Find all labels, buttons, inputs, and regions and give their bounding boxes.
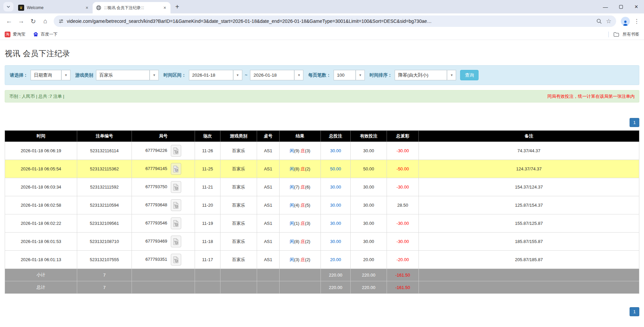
browser-toolbar: ← → ↻ ⌂ videoie.com/game/betrecord_searc… bbox=[0, 13, 644, 29]
cell-time: 2026-01-18 06:03:34 bbox=[5, 178, 77, 196]
column-header: 总投注 bbox=[321, 131, 351, 142]
chevron-down-icon[interactable]: ▾ bbox=[61, 70, 70, 80]
summary-empty-cell bbox=[419, 281, 639, 294]
chevron-down-icon[interactable]: ▾ bbox=[356, 70, 365, 80]
result-banker: 庄 bbox=[301, 148, 305, 153]
cell-total-bet[interactable]: 30.00 bbox=[321, 233, 351, 251]
tab-welcome[interactable]: ♛ Welcome × bbox=[15, 2, 93, 13]
close-tab-icon[interactable]: × bbox=[162, 5, 168, 11]
summary-empty-cell bbox=[257, 281, 280, 294]
result-banker: 庄 bbox=[301, 239, 305, 244]
chevron-down-icon[interactable]: ▾ bbox=[447, 70, 456, 80]
summary-empty-cell bbox=[132, 269, 195, 281]
new-tab-button[interactable]: + bbox=[172, 2, 182, 11]
video-replay-button[interactable] bbox=[171, 145, 181, 157]
page-1-button-top[interactable]: 1 bbox=[630, 118, 639, 127]
cell-table-no: AS1 bbox=[257, 233, 280, 251]
page-1-button-bottom[interactable]: 1 bbox=[630, 307, 639, 316]
maximize-button[interactable] bbox=[613, 0, 629, 13]
cell-game-kind: 百家乐 bbox=[220, 160, 257, 178]
bookmark-baidu[interactable]: 百度一下 bbox=[33, 32, 58, 37]
taobao-icon: 淘 bbox=[5, 32, 10, 37]
bookmark-star-icon[interactable]: ☆ bbox=[606, 17, 611, 25]
cell-session: 11-20 bbox=[195, 196, 220, 214]
chevron-down-icon[interactable]: ▾ bbox=[294, 70, 303, 80]
cell-total-bet[interactable]: 30.00 bbox=[321, 214, 351, 233]
cell-bet-id: 523132115362 bbox=[77, 160, 132, 178]
date-end-value: 2026-01-18 bbox=[250, 70, 294, 80]
video-file-icon bbox=[173, 165, 179, 173]
cell-time: 2026-01-18 06:02:58 bbox=[5, 196, 77, 214]
bookmarks-bar: 淘 爱淘宝 百度一下 所有书签 bbox=[0, 29, 644, 40]
video-replay-button[interactable] bbox=[171, 181, 181, 193]
date-end-input[interactable]: 2026-01-18 ▾ bbox=[250, 70, 303, 80]
cell-total-bet[interactable]: 20.00 bbox=[321, 251, 351, 269]
cell-total-bet[interactable]: 30.00 bbox=[321, 142, 351, 160]
video-file-icon bbox=[173, 183, 179, 191]
filter-panel: 请选择： 日期查询 ▾ 游戏类别 百家乐 ▾ 时间区间： 2026-01-18 … bbox=[5, 65, 639, 85]
cell-valid-bet: 30.00 bbox=[351, 233, 387, 251]
video-replay-button[interactable] bbox=[171, 199, 181, 211]
cell-round: 677794145 bbox=[132, 160, 195, 178]
summary-empty-cell bbox=[280, 281, 321, 294]
bookmark-aitaobao[interactable]: 淘 爱淘宝 bbox=[5, 32, 26, 37]
forward-button[interactable]: → bbox=[15, 15, 27, 27]
video-replay-button[interactable] bbox=[171, 163, 181, 175]
cell-valid-bet: 30.00 bbox=[351, 214, 387, 233]
search-button[interactable]: 查询 bbox=[460, 70, 479, 80]
summary-total-bet: 220.00 bbox=[321, 269, 351, 281]
cell-time: 2026-01-18 06:01:13 bbox=[5, 251, 77, 269]
video-replay-button[interactable] bbox=[171, 254, 181, 265]
tab-search-button[interactable] bbox=[3, 2, 13, 11]
cell-table-no: AS1 bbox=[257, 214, 280, 233]
reload-button[interactable]: ↻ bbox=[28, 15, 39, 27]
summary-empty-cell bbox=[419, 269, 639, 281]
per-page-select[interactable]: 100 ▾ bbox=[334, 70, 365, 80]
video-file-icon bbox=[173, 202, 179, 209]
cell-total-bet[interactable]: 30.00 bbox=[321, 196, 351, 214]
close-window-button[interactable]: × bbox=[629, 0, 644, 13]
date-start-input[interactable]: 2026-01-18 ▾ bbox=[189, 70, 242, 80]
url-text[interactable]: videoie.com/game/betrecord_search/kind3?… bbox=[67, 18, 432, 24]
sort-select[interactable]: 降幂(由大到小) ▾ bbox=[395, 70, 456, 80]
home-button[interactable]: ⌂ bbox=[40, 15, 51, 27]
address-bar[interactable]: videoie.com/game/betrecord_search/kind3?… bbox=[54, 15, 616, 27]
cell-total-bet[interactable]: 30.00 bbox=[321, 178, 351, 196]
chevron-down-icon[interactable]: ▾ bbox=[233, 70, 242, 80]
column-header: 场次 bbox=[195, 131, 220, 142]
all-bookmarks-label[interactable]: 所有书签 bbox=[623, 32, 639, 37]
date-range-label: 时间区间： bbox=[163, 72, 186, 78]
game-kind-select[interactable]: 百家乐 ▾ bbox=[96, 70, 159, 80]
video-replay-button[interactable] bbox=[171, 217, 181, 229]
cell-result: 闲(9) 庄(3) bbox=[280, 142, 321, 160]
chevron-down-icon[interactable]: ▾ bbox=[150, 70, 159, 80]
cell-bet-id: 523132111592 bbox=[77, 178, 132, 196]
result-banker: 庄 bbox=[301, 257, 305, 262]
video-replay-button[interactable] bbox=[171, 236, 181, 247]
tab-betrecord[interactable]: :::视讯 会员下注纪录::: × bbox=[93, 2, 170, 13]
window-controls: — × bbox=[598, 0, 644, 13]
page-title: 视讯 会员下注纪录 bbox=[5, 48, 639, 59]
cell-result: 闲(3) 庄(2) bbox=[280, 251, 321, 269]
profile-avatar[interactable] bbox=[621, 17, 630, 26]
zoom-icon[interactable] bbox=[596, 18, 602, 24]
globe-icon bbox=[96, 5, 101, 10]
video-file-icon bbox=[173, 238, 179, 245]
site-info-tune-icon[interactable] bbox=[58, 18, 64, 24]
baidu-paw-icon bbox=[33, 32, 39, 37]
browser-menu-button[interactable]: ⋮ bbox=[633, 18, 641, 25]
close-tab-icon[interactable]: × bbox=[84, 5, 90, 11]
minimize-button[interactable]: — bbox=[598, 0, 613, 13]
back-button[interactable]: ← bbox=[3, 15, 15, 27]
cell-game-kind: 百家乐 bbox=[220, 251, 257, 269]
video-file-icon bbox=[173, 256, 179, 263]
chevron-down-icon bbox=[6, 5, 10, 9]
cell-total-bet[interactable]: 50.00 bbox=[321, 160, 351, 178]
query-type-value: 日期查询 bbox=[31, 70, 61, 80]
video-file-icon bbox=[173, 220, 179, 227]
result-player: 闲 bbox=[290, 239, 294, 244]
summary-empty-cell bbox=[220, 269, 257, 281]
result-player: 闲 bbox=[290, 185, 294, 190]
query-type-select[interactable]: 日期查询 ▾ bbox=[31, 70, 70, 80]
cell-time: 2026-01-18 06:01:53 bbox=[5, 233, 77, 251]
